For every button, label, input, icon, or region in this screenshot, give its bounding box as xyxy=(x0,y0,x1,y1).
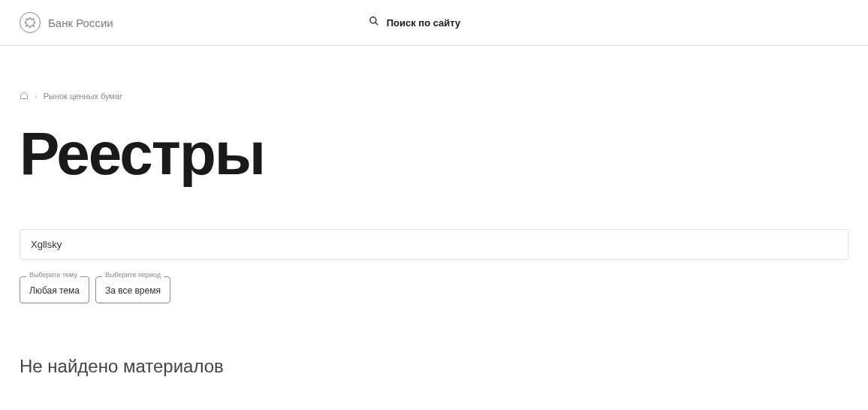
filter-selects-row: Выберите тему Любая тема Выберите период… xyxy=(20,276,848,303)
breadcrumb-home-link[interactable] xyxy=(20,91,29,101)
page-title: Реестры xyxy=(20,124,848,184)
search-icon xyxy=(369,16,379,29)
page-content: › Рынок ценных бумаг Реестры Выберите те… xyxy=(0,91,868,377)
filter-search-input[interactable] xyxy=(20,229,848,260)
site-header: Банк России Поиск по сайту xyxy=(0,0,868,46)
logo-text: Банк России xyxy=(48,17,113,29)
breadcrumb-separator: › xyxy=(35,92,38,101)
topic-select[interactable]: Выберите тему Любая тема xyxy=(20,276,89,303)
svg-point-0 xyxy=(369,17,375,23)
topic-select-legend: Выберите тему xyxy=(26,271,80,279)
site-search[interactable]: Поиск по сайту xyxy=(369,16,461,29)
period-select-value: За все время xyxy=(105,285,161,296)
breadcrumb: › Рынок ценных бумаг xyxy=(20,91,848,101)
period-select-legend: Выберите период xyxy=(102,271,164,279)
no-results-message: Не найдено материалов xyxy=(20,356,848,377)
topic-select-value: Любая тема xyxy=(29,285,80,296)
breadcrumb-item[interactable]: Рынок ценных бумаг xyxy=(44,92,122,101)
filter-search-row xyxy=(20,229,848,260)
search-label: Поиск по сайту xyxy=(387,17,461,29)
home-icon xyxy=(20,92,29,101)
eagle-icon xyxy=(20,12,41,33)
svg-line-1 xyxy=(375,23,378,26)
period-select[interactable]: Выберите период За все время xyxy=(95,276,170,303)
logo-link[interactable]: Банк России xyxy=(20,12,113,33)
